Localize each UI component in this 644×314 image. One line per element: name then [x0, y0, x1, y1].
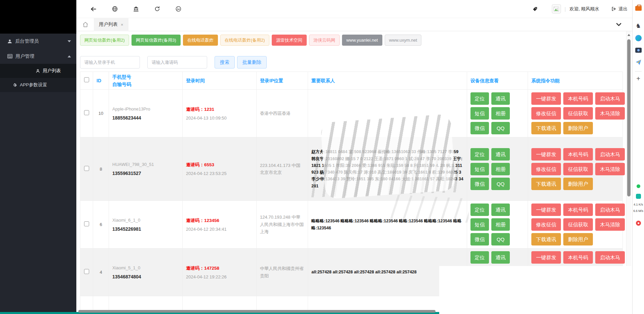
globe-icon[interactable]: [112, 6, 118, 12]
link-youxia-cloud[interactable]: 游侠云码网: [309, 35, 340, 46]
device-btn-qq[interactable]: QQ: [491, 233, 510, 245]
bank-icon[interactable]: [133, 6, 139, 12]
device-btn-locate[interactable]: 定位: [470, 148, 489, 161]
row-checkbox[interactable]: [84, 110, 89, 115]
cmd-btn-mass-send[interactable]: 一键群发: [531, 92, 561, 105]
tabbar-chevron-down-icon[interactable]: [616, 23, 621, 26]
link-sms-bomb-3[interactable]: 网页短信轰炸(备用3): [131, 35, 181, 46]
device-btn-sms[interactable]: 短信: [470, 163, 489, 175]
cmd-btn-get-credit[interactable]: 征信获取: [563, 163, 593, 175]
cmd-btn-mass-send[interactable]: 一键群发: [531, 148, 561, 161]
link-call-bomb[interactable]: 在线电话轰炸: [183, 35, 218, 46]
sidebar-item-admin[interactable]: 后台管理员: [0, 34, 76, 49]
link-sms-bomb-2[interactable]: 网页短信轰炸(备用2): [80, 35, 129, 46]
tag-icon[interactable]: [532, 6, 538, 12]
logout-button[interactable]: 退出: [611, 6, 628, 12]
toolbox-icon[interactable]: [635, 5, 642, 12]
monitor-badge-icon[interactable]: [635, 193, 642, 200]
device-btn-wechat[interactable]: 微信: [470, 178, 489, 190]
device-btn-locate[interactable]: 定位: [470, 204, 489, 216]
device-btn-qq[interactable]: QQ: [491, 178, 510, 190]
cmd-btn-delete-user[interactable]: 删除用户: [563, 178, 593, 190]
link-call-bomb-2[interactable]: 在线电话轰炸(备用2): [220, 35, 269, 46]
cmd-btn-start-trojan[interactable]: 启动木马: [595, 251, 625, 264]
cmd-btn-clear-trojan[interactable]: 木马清除: [595, 218, 625, 231]
cmd-btn-download-contacts[interactable]: 下载通讯: [531, 122, 561, 134]
cmd-btn-delete-user[interactable]: 删除用户: [563, 122, 593, 134]
cmd-btn-modify-credit[interactable]: 修改征信: [531, 107, 561, 120]
sidebar-item-user-list[interactable]: 用户列表: [0, 64, 76, 78]
copilot-icon[interactable]: [635, 34, 642, 42]
tab-user-list[interactable]: 用户列表 ×: [94, 18, 128, 31]
sidebar-item-label: 后台管理员: [15, 38, 39, 44]
cmd-btn-modify-credit[interactable]: 修改征信: [531, 163, 561, 175]
device-btn-contacts[interactable]: 通讯: [491, 148, 510, 161]
scroll-up-arrow-icon[interactable]: [628, 34, 630, 36]
device-btn-wechat[interactable]: 微信: [470, 233, 489, 245]
cmd-btn-start-trojan[interactable]: 启动木马: [595, 204, 625, 216]
cmd-btn-mass-send[interactable]: 一键群发: [531, 251, 561, 264]
sidebar-item-app-settings[interactable]: APP参数设置: [0, 78, 76, 92]
cmd-btn-download-contacts[interactable]: 下载通讯: [531, 178, 561, 190]
cmd-btn-get-credit[interactable]: 征信获取: [563, 218, 593, 231]
navbar-right-group: | 欢迎, 顺风顺水 退出: [532, 4, 628, 13]
cmd-btn-start-trojan[interactable]: 启动木马: [595, 148, 625, 161]
cmd-btn-mass-send[interactable]: 一键群发: [531, 204, 561, 216]
device-btn-contacts[interactable]: 通讯: [491, 251, 510, 264]
cmd-btn-get-credit[interactable]: 征信获取: [563, 107, 593, 120]
logout-icon: [611, 6, 616, 11]
record-red-icon[interactable]: [635, 219, 642, 227]
vertical-scrollbar-thumb[interactable]: [627, 39, 631, 196]
link-uxym-net[interactable]: www.uxym.net: [385, 35, 422, 46]
header-id: ID: [93, 72, 109, 90]
table-header-row: ID 手机型号 自输号码 登录时间 登录IP位置 重要联系人 设备信息查看 系统…: [80, 72, 623, 90]
horizontal-scrollbar-thumb[interactable]: [78, 310, 435, 313]
cmd-btn-clear-trojan[interactable]: 木马清除: [595, 107, 625, 120]
device-btn-locate[interactable]: 定位: [470, 251, 489, 264]
cmd-btn-local-number[interactable]: 本机号码: [563, 92, 593, 105]
device-btn-sms[interactable]: 短信: [470, 107, 489, 120]
header-commands: 系统指令功能: [528, 72, 623, 90]
sidebar-item-user-mgmt[interactable]: 用户管理: [0, 49, 76, 64]
cmd-btn-local-number[interactable]: 本机号码: [563, 204, 593, 216]
invite-code-input[interactable]: [147, 56, 207, 69]
paper-plane-icon[interactable]: [635, 58, 642, 66]
refresh-icon[interactable]: [154, 6, 160, 12]
screenshot-camera-icon[interactable]: [635, 46, 642, 54]
row-checkbox[interactable]: [84, 221, 89, 226]
cmd-btn-modify-credit[interactable]: 修改征信: [531, 218, 561, 231]
device-btn-contacts[interactable]: 通讯: [491, 204, 510, 216]
link-yuanlei-space[interactable]: 源雷技术空间: [272, 35, 307, 46]
chess-extension-icon[interactable]: ♞: [635, 22, 642, 30]
status-green-dot-icon[interactable]: [635, 183, 642, 190]
device-btn-album[interactable]: 相册: [491, 218, 510, 231]
cmd-btn-local-number[interactable]: 本机号码: [563, 251, 593, 264]
cmd-btn-download-contacts[interactable]: 下载通讯: [531, 233, 561, 245]
home-icon[interactable]: [82, 21, 88, 28]
cmd-btn-local-number[interactable]: 本机号码: [563, 148, 593, 161]
tab-close-icon[interactable]: ×: [121, 22, 123, 27]
cmd-btn-clear-trojan[interactable]: 木马清除: [595, 163, 625, 175]
device-btn-locate[interactable]: 定位: [470, 92, 489, 105]
login-phone-input[interactable]: [80, 56, 140, 69]
device-btn-album[interactable]: 相册: [491, 163, 510, 175]
select-all-checkbox[interactable]: [84, 77, 89, 82]
search-button[interactable]: 搜索: [215, 56, 235, 69]
link-yuanlei-net[interactable]: www.yuanlei.net: [342, 35, 382, 46]
row-checkbox[interactable]: [84, 269, 89, 274]
cell-login-time: 2024-04-12 23:53:25: [186, 171, 253, 176]
row-checkbox[interactable]: [84, 166, 89, 171]
avatar[interactable]: [552, 4, 561, 13]
compass-globe-icon[interactable]: [176, 6, 181, 12]
device-btn-qq[interactable]: QQ: [491, 122, 510, 134]
device-btn-wechat[interactable]: 微信: [470, 122, 489, 134]
back-arrow-icon[interactable]: [90, 6, 97, 12]
device-btn-contacts[interactable]: 通讯: [491, 92, 510, 105]
add-extension-icon[interactable]: +: [636, 75, 640, 83]
device-btn-album[interactable]: 相册: [491, 107, 510, 120]
cmd-btn-delete-user[interactable]: 删除用户: [563, 233, 593, 245]
batch-delete-button[interactable]: 批量删除: [237, 56, 267, 69]
cmd-btn-start-trojan[interactable]: 启动木马: [595, 92, 625, 105]
sidebar-submenu: 用户列表 APP参数设置: [0, 64, 76, 92]
device-btn-sms[interactable]: 短信: [470, 218, 489, 231]
